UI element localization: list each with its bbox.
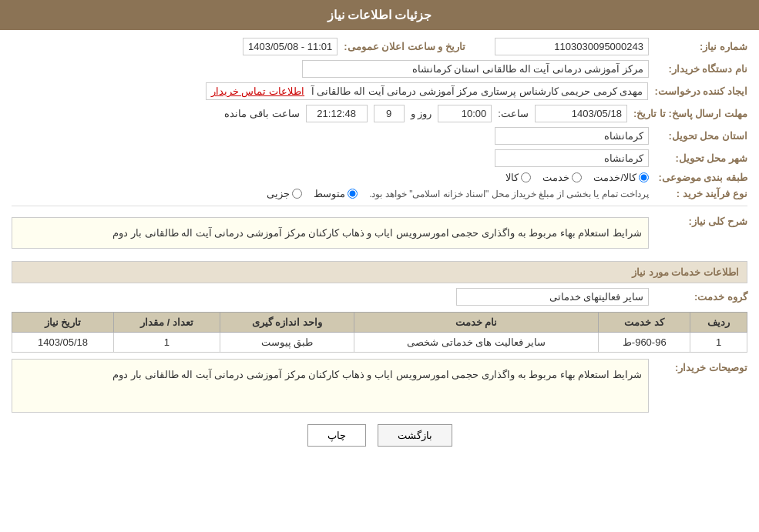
cell-service-code: 960-96-ط: [599, 333, 690, 353]
announcement-label: تاریخ و ساعت اعلان عمومی:: [344, 41, 465, 52]
description-row: شرح کلی نیاز: شرایط استعلام بهاء مربوط ب…: [12, 212, 747, 253]
deadline-remaining-label: ساعت باقی مانده: [224, 108, 299, 119]
buyer-desc-value: شرایط استعلام بهاء مربوط به واگذاری حجمی…: [113, 369, 642, 380]
action-buttons: بازگشت چاپ: [12, 424, 747, 447]
creator-label: ایجاد کننده درخواست:: [654, 85, 747, 97]
request-number-value: 1103030095000243: [495, 38, 649, 55]
process-note: پرداخت تمام یا بخشی از مبلغ خریداز محل "…: [369, 189, 649, 199]
deadline-row: مهلت ارسال پاسخ: تا تاریخ: 1403/05/18 سا…: [12, 105, 747, 122]
category-radio-group: کالا/خدمت خدمت کالا: [505, 172, 649, 183]
category-kala-khadamat-option: کالا/خدمت: [593, 172, 649, 183]
col-service-name: نام خدمت: [354, 313, 598, 333]
description-box: شرایط استعلام بهاء مربوط به واگذاری حجمی…: [12, 217, 649, 249]
process-row: نوع فرآیند خرید : پرداخت تمام یا بخشی از…: [12, 188, 747, 199]
description-label: شرح کلی نیاز:: [655, 212, 747, 227]
cell-service-name: سایر فعالیت های خدماتی شخصی: [354, 333, 598, 353]
back-button[interactable]: بازگشت: [378, 424, 452, 447]
province-row: استان محل تحویل: کرمانشاه: [12, 127, 747, 145]
buyer-desc-label: توصیحات خریدار:: [655, 359, 747, 373]
creator-row: ایجاد کننده درخواست: مهدی کرمی حریمی کار…: [12, 82, 747, 100]
category-kala-khadamat-radio[interactable]: [639, 172, 649, 182]
city-value: کرمانشاه: [495, 149, 649, 167]
services-table: ردیف کد خدمت نام خدمت واحد اندازه گیری ت…: [12, 312, 747, 353]
deadline-label: مهلت ارسال پاسخ: تا تاریخ:: [633, 108, 747, 119]
page-header: جزئیات اطلاعات نیاز: [0, 0, 759, 30]
process-motavasset-option: متوسط: [314, 188, 358, 199]
city-row: شهر محل تحویل: کرمانشاه: [12, 149, 747, 167]
table-row: 1 960-96-ط سایر فعالیت های خدماتی شخصی ط…: [12, 333, 747, 353]
province-value: کرمانشاه: [495, 127, 649, 145]
province-label: استان محل تحویل:: [655, 130, 747, 142]
buyer-org-value: مرکز آموزشی درمانی آیت اله طالقانی استان…: [302, 60, 649, 78]
deadline-time-label: ساعت:: [498, 108, 529, 119]
category-row: طبقه بندی موضوعی: کالا/خدمت خدمت کالا: [12, 172, 747, 183]
cell-unit: طبق پیوست: [220, 333, 354, 353]
services-section-title: اطلاعات خدمات مورد نیاز: [12, 261, 747, 283]
category-kala-option: کالا: [505, 172, 531, 183]
process-motavasset-radio[interactable]: [348, 189, 358, 199]
page-title: جزئیات اطلاعات نیاز: [327, 8, 432, 22]
request-number-row: شماره نیاز: 1103030095000243 تاریخ و ساع…: [12, 38, 747, 55]
category-label: طبقه بندی موضوعی:: [655, 172, 747, 183]
col-unit: واحد اندازه گیری: [220, 313, 354, 333]
cell-quantity: 1: [113, 333, 220, 353]
category-khadamat-option: خدمت: [542, 172, 582, 183]
description-value: شرایط استعلام بهاء مربوط به واگذاری حجمی…: [113, 227, 642, 239]
category-kala-radio[interactable]: [521, 172, 531, 182]
col-date: تاریخ نیاز: [12, 313, 114, 333]
divider-1: [12, 206, 747, 206]
service-group-value: سایر فعالیتهای خدماتی: [456, 288, 649, 306]
announcement-value: 1403/05/08 - 11:01: [243, 38, 338, 55]
deadline-time: 10:00: [438, 105, 492, 122]
creator-value: مهدی کرمی حریمی کارشناس پرستاری مرکز آمو…: [206, 82, 649, 100]
process-radio-group: پرداخت تمام یا بخشی از مبلغ خریداز محل "…: [267, 188, 649, 199]
buyer-desc-row: توصیحات خریدار: شرایط استعلام بهاء مربوط…: [12, 359, 747, 413]
creator-text: مهدی کرمی حریمی کارشناس پرستاری مرکز آمو…: [311, 85, 643, 97]
deadline-days: 9: [374, 105, 405, 122]
process-jozi-option: جزیی: [267, 188, 302, 199]
deadline-date: 1403/05/18: [535, 105, 627, 122]
category-khadamat-radio[interactable]: [572, 172, 582, 182]
print-button[interactable]: چاپ: [307, 424, 366, 447]
col-service-code: کد خدمت: [599, 313, 690, 333]
service-group-label: گروه خدمت:: [655, 291, 747, 303]
process-motavasset-label: متوسط: [314, 188, 345, 199]
deadline-days-label: روز و: [411, 108, 432, 119]
buyer-org-row: نام دستگاه خریدار: مرکز آموزشی درمانی آی…: [12, 60, 747, 78]
request-number-label: شماره نیاز:: [655, 41, 747, 52]
buyer-org-label: نام دستگاه خریدار:: [655, 63, 747, 75]
col-row-num: ردیف: [690, 313, 747, 333]
process-label: نوع فرآیند خرید :: [655, 188, 747, 199]
cell-date: 1403/05/18: [12, 333, 114, 353]
city-label: شهر محل تحویل:: [655, 152, 747, 164]
process-jozi-radio[interactable]: [292, 189, 302, 199]
service-group-row: گروه خدمت: سایر فعالیتهای خدماتی: [12, 288, 747, 306]
col-quantity: تعداد / مقدار: [113, 313, 220, 333]
process-jozi-label: جزیی: [267, 188, 290, 199]
category-kala-label: کالا: [505, 172, 519, 183]
buyer-desc-box: شرایط استعلام بهاء مربوط به واگذاری حجمی…: [12, 359, 649, 413]
category-khadamat-label: خدمت: [542, 172, 569, 183]
deadline-remaining: 21:12:48: [306, 105, 368, 122]
creator-contact-link[interactable]: اطلاعات تماس خریدار: [211, 85, 304, 97]
cell-row-num: 1: [690, 333, 747, 353]
category-kala-khadamat-label: کالا/خدمت: [593, 172, 636, 183]
